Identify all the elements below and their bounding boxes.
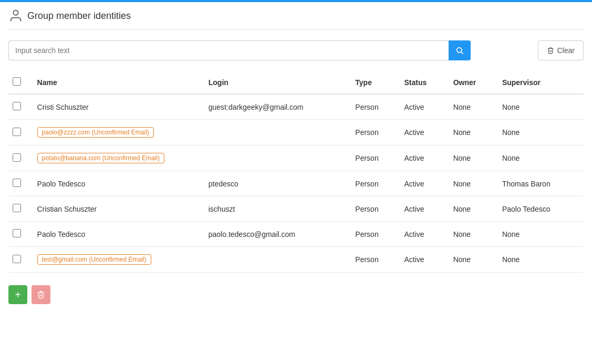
- row-name: Paolo Tedesco: [33, 171, 204, 196]
- action-bar: +: [8, 285, 584, 304]
- table-row: paolo@zzzz.com (Unconfirmed Email)Person…: [8, 120, 584, 145]
- row-name: potato@banana.com (Unconfirmed Email): [33, 145, 204, 171]
- row-status: Active: [400, 120, 449, 145]
- row-owner: None: [449, 247, 498, 273]
- clear-button[interactable]: Clear: [538, 40, 584, 60]
- row-status: Active: [400, 196, 449, 222]
- col-header-owner: Owner: [449, 71, 498, 94]
- search-input[interactable]: [8, 40, 449, 60]
- table-row: Paolo TedescoptedescoPersonActiveNoneTho…: [8, 171, 584, 196]
- person-icon: [8, 8, 23, 23]
- row-checkbox-3[interactable]: [13, 179, 21, 187]
- row-status: Active: [400, 222, 449, 247]
- row-supervisor: None: [498, 247, 584, 273]
- row-login: ptedesco: [204, 171, 351, 196]
- search-icon: [455, 46, 464, 55]
- add-button[interactable]: +: [8, 285, 27, 304]
- row-owner: None: [449, 171, 498, 196]
- row-supervisor: None: [498, 145, 584, 171]
- table-row: Paolo Tedescopaolo.tedesco@gmail.comPers…: [8, 222, 584, 247]
- row-type: Person: [351, 247, 400, 273]
- table-row: Cristian SchuszterischusztPersonActiveNo…: [8, 196, 584, 222]
- row-type: Person: [351, 222, 400, 247]
- row-checkbox-6[interactable]: [13, 255, 21, 263]
- row-type: Person: [351, 120, 400, 145]
- clear-label: Clear: [557, 46, 575, 55]
- unconfirmed-badge: paolo@zzzz.com (Unconfirmed Email): [37, 127, 154, 138]
- row-status: Active: [400, 247, 449, 273]
- row-name: test@gmail.com (Unconfirmed Email): [33, 247, 204, 273]
- header-select-all: [8, 71, 33, 94]
- row-login: [204, 120, 351, 145]
- row-name: paolo@zzzz.com (Unconfirmed Email): [33, 120, 204, 145]
- page-header: Group member identities: [8, 8, 584, 30]
- row-name: Cristian Schuszter: [33, 196, 204, 222]
- row-login: ischuszt: [204, 196, 351, 222]
- row-supervisor: None: [498, 120, 584, 145]
- row-type: Person: [351, 171, 400, 196]
- row-checkbox-cell: [8, 171, 33, 196]
- row-login: [204, 145, 351, 171]
- add-icon: +: [15, 289, 21, 301]
- row-owner: None: [449, 145, 498, 171]
- row-checkbox-1[interactable]: [13, 128, 21, 136]
- svg-point-1: [457, 48, 462, 53]
- row-owner: None: [449, 120, 498, 145]
- row-login: [204, 247, 351, 273]
- table-body: Cristi Schuszterguest:darkgeeky@gmail.co…: [8, 94, 584, 273]
- table-row: test@gmail.com (Unconfirmed Email)Person…: [8, 247, 584, 273]
- delete-button[interactable]: [32, 285, 50, 304]
- col-header-login: Login: [204, 71, 351, 94]
- svg-line-2: [461, 52, 463, 54]
- trash-icon: [547, 47, 554, 54]
- toolbar: Clear: [8, 40, 584, 60]
- table-header: Name Login Type Status Owner Supervisor: [8, 71, 584, 94]
- col-header-name: Name: [33, 71, 204, 94]
- unconfirmed-badge: potato@banana.com (Unconfirmed Email): [37, 153, 164, 163]
- row-supervisor: None: [498, 94, 584, 120]
- row-checkbox-cell: [8, 196, 33, 222]
- row-owner: None: [449, 196, 498, 222]
- row-login: guest:darkgeeky@gmail.com: [204, 94, 351, 120]
- unconfirmed-badge: test@gmail.com (Unconfirmed Email): [37, 254, 151, 265]
- row-checkbox-cell: [8, 222, 33, 247]
- row-checkbox-cell: [8, 145, 33, 171]
- row-supervisor: None: [498, 222, 584, 247]
- row-supervisor: Paolo Tedesco: [498, 196, 584, 222]
- search-area: [8, 40, 471, 60]
- row-checkbox-cell: [8, 120, 33, 145]
- col-header-type: Type: [351, 71, 400, 94]
- row-checkbox-5[interactable]: [13, 229, 21, 237]
- row-status: Active: [400, 171, 449, 196]
- row-checkbox-0[interactable]: [13, 102, 21, 110]
- page-title: Group member identities: [27, 11, 131, 22]
- search-button[interactable]: [449, 40, 471, 60]
- table-row: potato@banana.com (Unconfirmed Email)Per…: [8, 145, 584, 171]
- select-all-checkbox[interactable]: [13, 77, 21, 86]
- row-login: paolo.tedesco@gmail.com: [204, 222, 351, 247]
- row-type: Person: [351, 94, 400, 120]
- row-status: Active: [400, 94, 449, 120]
- row-owner: None: [449, 94, 498, 120]
- identities-table: Name Login Type Status Owner Supervisor …: [8, 71, 584, 273]
- row-name: Paolo Tedesco: [33, 222, 204, 247]
- table-row: Cristi Schuszterguest:darkgeeky@gmail.co…: [8, 94, 584, 120]
- row-checkbox-4[interactable]: [13, 204, 21, 212]
- row-checkbox-cell: [8, 247, 33, 273]
- col-header-status: Status: [400, 71, 449, 94]
- row-status: Active: [400, 145, 449, 171]
- row-type: Person: [351, 196, 400, 222]
- row-owner: None: [449, 222, 498, 247]
- row-checkbox-2[interactable]: [13, 153, 21, 162]
- row-type: Person: [351, 145, 400, 171]
- row-name: Cristi Schuszter: [33, 94, 204, 120]
- row-checkbox-cell: [8, 94, 33, 120]
- row-supervisor: Thomas Baron: [498, 171, 584, 196]
- col-header-supervisor: Supervisor: [498, 71, 584, 94]
- delete-icon: [37, 290, 45, 299]
- svg-point-0: [13, 11, 18, 15]
